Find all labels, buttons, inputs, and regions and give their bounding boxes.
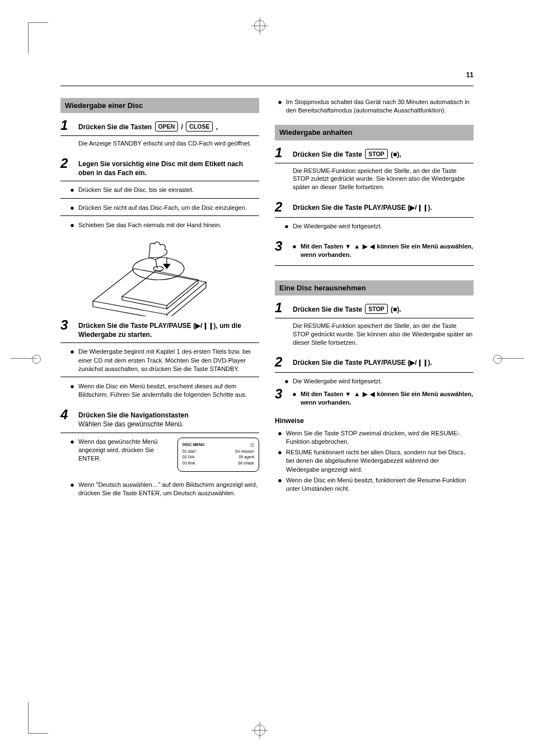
right-pre-bullets: Im Stoppmodus schaltet das Gerät nach 30…	[275, 98, 474, 115]
step-body: Die Anzeige STANDBY erlischt und das CD-…	[60, 139, 259, 148]
step2-bullets: Drücken Sie auf die Disc, bis sie einras…	[60, 186, 259, 194]
columns: Wiedergabe einer Disc 1 Drücken Sie die …	[60, 98, 474, 680]
r-step-a2: 2 Drücken Sie die Taste PLAY/PAUSE (▶/❙❙…	[275, 201, 474, 231]
step4-body: ☼ DISC MENU 01 start04 mission 02 DIA05 …	[60, 438, 259, 500]
step-4: 4 Drücken Sie die Navigationstasten Wähl…	[60, 409, 259, 500]
registration-mark-top	[251, 17, 269, 35]
step2-bullet-1: Drücken Sie auf die Disc, bis sie einras…	[71, 186, 259, 194]
nav-arrows-icon: ▼ ▲ ▶ ◀	[345, 391, 375, 397]
step-number: 1	[60, 119, 73, 132]
note-1: Wenn Sie die Taste STOP zweimal drücken,…	[278, 429, 474, 446]
section-title: Wiedergabe einer Disc	[65, 101, 255, 110]
r-step-a2-bullet: Die Wiedergabe wird fortgesetzt.	[285, 222, 474, 231]
r-step-b2-bullet: Die Wiedergabe wird fortgesetzt.	[285, 377, 474, 386]
step-number: 2	[275, 355, 287, 369]
step-3: 3 Drücken Sie die Taste PLAY/PAUSE (▶/❙❙…	[60, 320, 259, 399]
step-body: Die RESUME-Funktion speichert die Stelle…	[275, 322, 474, 347]
step-heading: Drücken Sie die Navigationstasten Wählen…	[78, 409, 259, 429]
step-number: 3	[275, 387, 287, 401]
note-3: Wenn die Disc ein Menü besitzt, funktion…	[278, 476, 474, 493]
crop-mark	[28, 702, 48, 734]
step-body: Die RESUME-Funktion speichert die Stelle…	[275, 167, 474, 192]
section-header-playback: Wiedergabe einer Disc	[60, 98, 259, 113]
step-number: 4	[60, 408, 73, 421]
section-header-eject: Eine Disc herausnehmen	[275, 280, 474, 295]
nav-arrows-icon: ▼ ▲ ▶ ◀	[345, 243, 375, 250]
r-step-b2-bullets: Die Wiedergabe wird fortgesetzt.	[275, 377, 474, 386]
r-step-a1: 1 Drücken Sie die Taste STOP (■), Die RE…	[275, 147, 474, 192]
step3-bullets: Die Wiedergabe beginnt mit Kapitel 1 des…	[60, 348, 259, 373]
step-heading: Drücken Sie die Taste PLAY/PAUSE (▶/❙❙).	[293, 201, 474, 212]
step-heading: Mit den Tasten ▼ ▲ ▶ ◀ können Sie ein Me…	[293, 388, 474, 409]
step-heading: Drücken Sie die Taste PLAY/PAUSE (▶/❙❙),…	[78, 320, 259, 339]
step2-bullet-2: Drücken Sie nicht auf das Disc-Fach, um …	[71, 204, 259, 212]
step-heading: Legen Sie vorsichtig eine Disc mit dem E…	[78, 158, 259, 177]
step-number: 1	[275, 146, 287, 159]
step-heading: Drücken Sie die Tasten OPEN / CLOSE ,	[78, 120, 259, 132]
close-button-label: CLOSE	[186, 121, 213, 132]
r-step-a2-bullets: Die Wiedergabe wird fortgesetzt.	[275, 222, 474, 231]
note-2: RESUME funktioniert nicht bei allen Disc…	[278, 448, 474, 474]
step2-bullet-3: Schieben Sie das Fach niemals mit der Ha…	[71, 221, 259, 229]
step-number: 1	[275, 301, 287, 314]
disc-tray-illustration	[83, 235, 217, 316]
step3-bullet-1: Die Wiedergabe beginnt mit Kapitel 1 des…	[71, 348, 259, 373]
r-step-b2: 2 Drücken Sie die Taste PLAY/PAUSE (▶/❙❙…	[275, 356, 474, 409]
step-heading: Drücken Sie die Taste STOP (■),	[293, 147, 474, 159]
step3-bullet-2: Wenn die Disc ein Menü besitzt, erschein…	[71, 382, 259, 399]
top-rule	[60, 86, 474, 86]
left-column: Wiedergabe einer Disc 1 Drücken Sie die …	[60, 98, 259, 680]
registration-mark-bottom	[251, 721, 269, 739]
content-area: 11 Wiedergabe einer Disc 1 Drücken Sie d…	[60, 70, 474, 680]
step-number: 3	[60, 318, 73, 332]
step-number: 3	[275, 240, 287, 253]
stop-button-label: STOP	[365, 149, 387, 159]
section-header-stop: Wiedergabe anhalten	[275, 125, 474, 140]
crop-mark	[28, 22, 48, 54]
step-heading: Drücken Sie die Taste STOP (■).	[293, 302, 474, 314]
notes-list: Wenn Sie die Taste STOP zweimal drücken,…	[275, 429, 474, 493]
step-heading: Drücken Sie die Taste PLAY/PAUSE (▶/❙❙).	[293, 356, 474, 367]
step-1: 1 Drücken Sie die Tasten OPEN / CLOSE , …	[60, 120, 259, 148]
crop-mark	[10, 358, 37, 375]
step-text-mid: /	[181, 123, 185, 131]
step-text-post: ,	[216, 123, 218, 131]
r-step-b1: 1 Drücken Sie die Taste STOP (■). Die RE…	[275, 302, 474, 347]
page-number: 11	[466, 71, 474, 79]
step4-bullet-2: Wenn "Deutsch auswählen…" auf dem Bildsc…	[71, 481, 259, 497]
step2-bullets-2: Drücken Sie nicht auf das Disc-Fach, um …	[60, 204, 259, 212]
step-number: 2	[275, 200, 287, 214]
open-button-label: OPEN	[155, 121, 179, 132]
step4-bullet-1: Wenn das gewünschte Menü angezeigt wird,…	[71, 438, 259, 463]
step3-bullets-2: Wenn die Disc ein Menü besitzt, erschein…	[60, 382, 259, 399]
step-heading: Mit den Tasten ▼ ▲ ▶ ◀ können Sie ein Me…	[293, 241, 474, 261]
crop-mark	[497, 358, 524, 375]
step-text-pre: Drücken Sie die Tasten	[78, 123, 154, 131]
step-2: 2 Legen Sie vorsichtig eine Disc mit dem…	[60, 158, 259, 316]
section-title: Wiedergabe anhalten	[279, 128, 469, 137]
svg-point-0	[133, 257, 184, 280]
step2-bullets-3: Schieben Sie das Fach niemals mit der Ha…	[60, 221, 259, 229]
page-sheet: 11 Wiedergabe einer Disc 1 Drücken Sie d…	[0, 0, 534, 756]
svg-point-1	[153, 266, 163, 271]
r-step-a3: 3 Mit den Tasten ▼ ▲ ▶ ◀ können Sie ein …	[275, 241, 474, 265]
section-title: Eine Disc herausnehmen	[279, 284, 469, 293]
notes-title: Hinweise	[275, 417, 474, 425]
right-column: Im Stoppmodus schaltet das Gerät nach 30…	[275, 98, 474, 680]
stop-button-label: STOP	[365, 304, 387, 314]
right-pre-bullet: Im Stoppmodus schaltet das Gerät nach 30…	[278, 98, 474, 115]
step-number: 2	[60, 157, 73, 170]
